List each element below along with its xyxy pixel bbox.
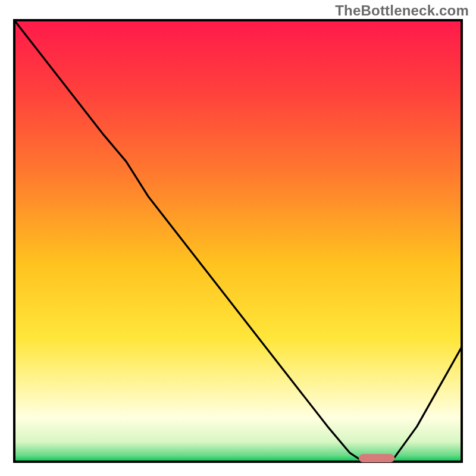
bottleneck-chart bbox=[0, 0, 476, 476]
gradient-background bbox=[14, 20, 462, 462]
plot-area bbox=[14, 20, 462, 462]
chart-root: { "watermark": "TheBottleneck.com", "cha… bbox=[0, 0, 476, 476]
minimum-marker bbox=[359, 454, 394, 462]
watermark-text: TheBottleneck.com bbox=[335, 2, 469, 19]
